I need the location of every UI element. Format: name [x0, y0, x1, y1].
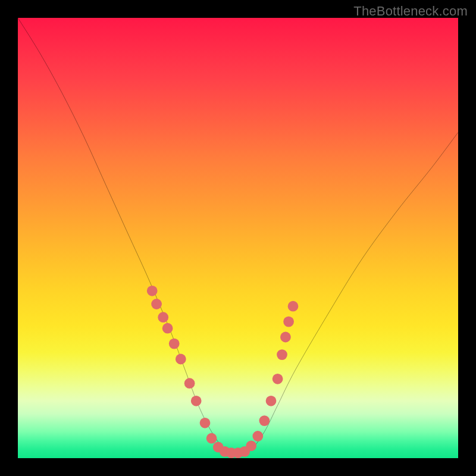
- marker-dot: [252, 431, 263, 441]
- marker-dot: [200, 418, 211, 428]
- bottleneck-curve: [18, 18, 458, 454]
- chart-root: TheBottleneck.com: [0, 0, 476, 476]
- marker-dot: [158, 312, 168, 322]
- marker-dot: [176, 354, 186, 365]
- curve-layer: [18, 18, 458, 458]
- marker-dot: [277, 349, 287, 360]
- marker-dots: [147, 286, 299, 458]
- marker-dot: [288, 301, 299, 312]
- marker-dot: [273, 374, 283, 384]
- marker-dot: [259, 415, 270, 426]
- marker-dot: [191, 396, 202, 406]
- marker-dot: [151, 299, 162, 309]
- plot-area: [18, 18, 458, 458]
- marker-dot: [206, 433, 217, 444]
- watermark-text: TheBottleneck.com: [353, 4, 468, 19]
- marker-dot: [283, 317, 294, 327]
- marker-dot: [266, 396, 277, 406]
- marker-dot: [184, 378, 195, 389]
- marker-dot: [246, 440, 256, 451]
- marker-dot: [147, 286, 158, 296]
- marker-dot: [169, 339, 180, 349]
- marker-dot: [162, 323, 173, 334]
- marker-dot: [280, 332, 291, 343]
